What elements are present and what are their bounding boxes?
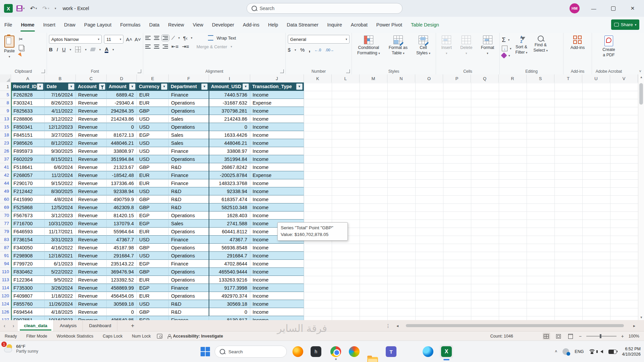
cell[interactable]: 4/11/2022: [45, 107, 76, 115]
cell[interactable]: Revenue: [76, 107, 107, 115]
cell[interactable]: Revenue: [76, 171, 107, 179]
menu-tab-data[interactable]: Data: [145, 17, 164, 33]
cell[interactable]: F830462: [11, 268, 45, 276]
column-header-T[interactable]: T: [554, 74, 582, 82]
normal-view-button[interactable]: [543, 333, 550, 340]
menu-tab-page-layout[interactable]: Page Layout: [80, 17, 116, 33]
cell[interactable]: EGP: [137, 260, 169, 268]
cell[interactable]: Finance: [169, 316, 209, 320]
sheet-tab-clean_data[interactable]: clean_data: [18, 320, 54, 331]
cell[interactable]: F290170: [11, 179, 45, 187]
number-dialog-launcher[interactable]: [346, 69, 350, 73]
cell[interactable]: 8/30/2025: [45, 187, 76, 195]
cell[interactable]: 5/22/2022: [45, 268, 76, 276]
cell[interactable]: Revenue: [76, 147, 107, 155]
cell[interactable]: Sales: [169, 131, 209, 139]
cell[interactable]: 12/5/2024: [45, 203, 76, 212]
comma-style-button[interactable]: ,: [309, 46, 310, 53]
align-left-button[interactable]: [145, 45, 151, 49]
menu-tab-help[interactable]: Help: [264, 17, 282, 33]
cell[interactable]: EGP: [137, 131, 169, 139]
cell[interactable]: EUR: [137, 91, 169, 99]
cell[interactable]: 7440.5736: [209, 91, 250, 99]
cell[interactable]: F895973: [11, 147, 45, 155]
row-number-127[interactable]: 127: [0, 316, 11, 320]
row-number-110[interactable]: 110: [0, 268, 11, 276]
vertical-scrollbar[interactable]: ▲ ▼: [638, 74, 644, 320]
cell[interactable]: 6/6/2024: [45, 163, 76, 171]
cell[interactable]: 448046.21: [107, 139, 137, 147]
undo-button[interactable]: ↶▾: [29, 4, 39, 13]
cell[interactable]: 12/12/2023: [45, 123, 76, 131]
column-header-I[interactable]: I: [209, 74, 250, 82]
cell[interactable]: F735300: [11, 284, 45, 292]
cell[interactable]: R&D: [169, 300, 209, 308]
cell[interactable]: Revenue: [76, 228, 107, 236]
start-button[interactable]: [200, 346, 211, 357]
orientation-button[interactable]: ⟋: [171, 35, 175, 41]
cell[interactable]: USD: [137, 252, 169, 260]
fill-color-button[interactable]: [90, 48, 96, 51]
cell[interactable]: 3/31/2023: [45, 236, 76, 244]
row-number-5[interactable]: 5: [0, 91, 11, 99]
file-explorer-icon[interactable]: [367, 357, 378, 362]
column-header-A[interactable]: A: [11, 74, 45, 82]
cell[interactable]: 1/18/2022: [45, 292, 76, 300]
increase-decimal-button[interactable]: ←.0: [314, 48, 321, 52]
row-number-94[interactable]: 94: [0, 260, 11, 268]
cell[interactable]: Revenue: [76, 268, 107, 276]
cell[interactable]: 351994.84: [107, 155, 137, 163]
maximize-button[interactable]: [604, 0, 623, 17]
column-header-F[interactable]: F: [169, 74, 209, 82]
macro-recording-icon[interactable]: [157, 334, 162, 339]
filter-dropdown-button[interactable]: ▼: [129, 83, 136, 90]
chrome-icon[interactable]: [330, 346, 341, 357]
cell[interactable]: Sales: [169, 139, 209, 147]
cell[interactable]: 81420.15: [107, 212, 137, 220]
underline-button[interactable]: U: [62, 47, 66, 52]
cell[interactable]: Income: [250, 179, 304, 187]
table-header-department[interactable]: Department▼: [169, 82, 209, 91]
cell[interactable]: 291684.7: [107, 252, 137, 260]
cell[interactable]: Finance: [169, 171, 209, 179]
paste-button[interactable]: Paste▾: [2, 35, 17, 68]
row-number-114[interactable]: 114: [0, 284, 11, 292]
cell[interactable]: 30569.18: [209, 300, 250, 308]
cell[interactable]: USD: [137, 187, 169, 195]
cell[interactable]: Operations: [169, 99, 209, 107]
cell[interactable]: 33808.97: [107, 147, 137, 155]
menu-tab-formulas[interactable]: Formulas: [116, 17, 145, 33]
status-filter-mode[interactable]: Filter Mode: [21, 334, 52, 339]
cell[interactable]: 148323.3768: [209, 179, 250, 187]
cell[interactable]: 582510.348: [209, 203, 250, 212]
menu-tab-acrobat[interactable]: Acrobat: [346, 17, 372, 33]
cell[interactable]: Operations: [169, 276, 209, 284]
cell[interactable]: Income: [250, 276, 304, 284]
cell[interactable]: Sales: [169, 115, 209, 123]
cell[interactable]: Revenue: [76, 316, 107, 320]
cell[interactable]: GBP: [137, 107, 169, 115]
cell[interactable]: F907651: [11, 316, 45, 320]
cell[interactable]: 21323.67: [107, 163, 137, 171]
cell[interactable]: F716700: [11, 220, 45, 228]
cell[interactable]: USD: [137, 147, 169, 155]
cell[interactable]: Income: [250, 244, 304, 252]
cell[interactable]: Revenue: [76, 203, 107, 212]
row-number-18[interactable]: 18: [0, 131, 11, 139]
cell[interactable]: 47367.7: [107, 236, 137, 244]
cell[interactable]: Expense: [250, 171, 304, 179]
cell[interactable]: Income: [250, 107, 304, 115]
cell[interactable]: 123392.52: [107, 276, 137, 284]
italic-button[interactable]: I: [57, 47, 58, 52]
excel-taskbar-icon[interactable]: X: [441, 346, 452, 357]
cell[interactable]: F415990: [11, 195, 45, 203]
font-name-select[interactable]: Aptos Narrow▾: [49, 35, 102, 44]
cell[interactable]: Income: [250, 187, 304, 195]
cell[interactable]: 465540.9444: [209, 268, 250, 276]
cell[interactable]: Revenue: [76, 284, 107, 292]
sort-filter-button[interactable]: AZ Sort &Filter ▾: [514, 35, 530, 68]
cell[interactable]: 490759.9: [107, 195, 137, 203]
menu-tab-home[interactable]: Home: [16, 17, 39, 33]
insert-cells-button[interactable]: Insert▾: [439, 35, 454, 68]
clear-button[interactable]: [501, 52, 507, 58]
